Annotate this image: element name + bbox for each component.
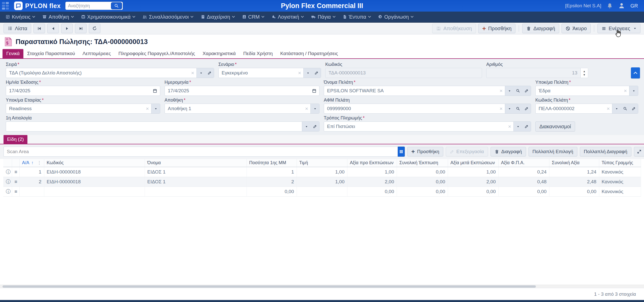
customer-vat-combo[interactable]: 099999000 × <box>324 104 531 114</box>
clear-icon[interactable]: × <box>296 70 303 76</box>
lookup-search-icon[interactable] <box>514 86 522 96</box>
dropdown-caret-icon[interactable] <box>612 104 621 113</box>
col-timi[interactable]: Τιμή <box>297 159 347 167</box>
date-picker[interactable]: 17/4/2025 <box>165 86 319 96</box>
next-record-button[interactable] <box>61 24 73 33</box>
menu-item-organosi[interactable]: Οργάνωση <box>375 12 417 22</box>
menu-item-xrimatooikonomika[interactable]: Χρηματοοικονομικά <box>78 12 139 22</box>
arithmos-number[interactable]: 13 ▲▼ <box>486 68 588 78</box>
menu-item-crm[interactable]: CRM <box>239 12 268 22</box>
dropdown-caret-icon[interactable] <box>151 104 160 113</box>
clear-icon[interactable]: × <box>605 106 612 112</box>
tab-genika[interactable]: Γενικά <box>3 49 23 58</box>
tab-katastasi-paratiriseis[interactable]: Κατάσταση / Παρατηρήσεις <box>276 49 342 58</box>
scan-grid-icon[interactable] <box>398 147 405 157</box>
menu-item-logistiki[interactable]: Λογιστική <box>268 12 307 22</box>
delete-button[interactable]: Διαγραφή <box>522 24 559 33</box>
grid-fullscreen-button[interactable] <box>634 147 644 156</box>
col-synoliki-aksia[interactable]: Συνολική Αξία <box>549 159 599 167</box>
clear-icon[interactable]: × <box>506 123 513 130</box>
table-row-new[interactable]: ⓘ ≡ 0,00 0,00 0,00 0,00 0,00 0,00 Κανονι… <box>3 187 641 196</box>
grid-add-button[interactable]: +Προσθήκη <box>407 147 443 156</box>
tab-eidi[interactable]: Είδη (2) <box>4 135 27 144</box>
dropdown-caret-icon[interactable] <box>311 104 319 113</box>
clear-icon[interactable]: × <box>303 106 310 112</box>
edit-pencil-icon[interactable] <box>205 68 214 78</box>
dropdown-caret-icon[interactable] <box>197 68 205 78</box>
calendar-icon[interactable] <box>309 86 319 96</box>
menu-item-diaxeirisi[interactable]: Διαχείριση <box>197 12 238 22</box>
dropdown-caret-icon[interactable] <box>304 68 312 78</box>
grid-delete-button[interactable]: Διαγραφή <box>491 147 526 156</box>
clear-icon[interactable]: × <box>497 88 505 94</box>
global-search-input[interactable] <box>65 3 111 9</box>
language-selector[interactable]: GR <box>630 3 638 9</box>
horizontal-scrollbar[interactable] <box>0 285 644 288</box>
grid-multi-delete-button[interactable]: Πολλαπλή Διαγραφή <box>580 147 631 156</box>
table-row[interactable]: ⓘ ≡ 1 ΕΙΔΗ-00000018 ΕΙΔΟΣ 1 1 1,00 1,00 … <box>3 167 641 177</box>
row-menu-icon[interactable]: ≡ <box>12 187 19 196</box>
add-button[interactable]: +Προσθήκη <box>478 24 515 33</box>
grid-multi-select-button[interactable]: Πολλαπλή Επιλογή <box>529 147 577 156</box>
col-synoliki-ekptosi[interactable]: Συνολική Έκπτωση <box>397 159 448 167</box>
col-kodikos[interactable]: Κωδικός <box>44 159 145 167</box>
scrollbar-thumb[interactable] <box>3 285 536 288</box>
dropdown-caret-icon[interactable] <box>629 86 638 96</box>
scan-area-input[interactable] <box>4 147 398 157</box>
tab-leptomereies[interactable]: Λεπτομέρειες <box>79 49 115 58</box>
user-avatar-icon[interactable] <box>618 3 625 9</box>
warehouse-combo[interactable]: Αποθήκη 1 × <box>165 104 319 114</box>
menu-item-apothiki[interactable]: Αποθήκη <box>39 12 77 22</box>
dropdown-caret-icon[interactable] <box>514 122 522 131</box>
settlements-button[interactable]: Διακανονισμοί <box>535 121 575 132</box>
edit-pencil-icon[interactable] <box>522 122 531 131</box>
menu-item-pagia[interactable]: Πάγια <box>308 12 339 22</box>
spinner-up-icon[interactable]: ▲ <box>583 70 586 73</box>
company-branch-combo[interactable]: Readiness × <box>6 104 160 114</box>
seira-combo[interactable]: ΤΔΑ (Τιμολόγιο Δελτίο Αποστολής) × <box>6 68 214 78</box>
refresh-button[interactable] <box>89 24 100 33</box>
menu-item-synallassomenoi[interactable]: Συναλλασσόμενοι <box>139 12 196 22</box>
customer-branch-combo[interactable]: Έδρα × <box>535 86 638 96</box>
row-info-icon[interactable]: ⓘ <box>3 167 12 177</box>
collapse-panel-button[interactable] <box>631 67 640 78</box>
clear-icon[interactable]: × <box>189 70 196 76</box>
reason-combo[interactable] <box>6 121 319 132</box>
row-info-icon[interactable]: ⓘ <box>3 177 12 187</box>
issue-date-picker[interactable]: 17/4/2025 <box>6 86 160 96</box>
edit-pencil-icon[interactable] <box>629 104 638 113</box>
lookup-search-icon[interactable] <box>621 104 629 113</box>
edit-pencil-icon[interactable] <box>522 86 531 96</box>
col-aksia-fpa[interactable]: Αξία Φ.Π.Α. <box>498 159 549 167</box>
list-button[interactable]: Λίστα <box>4 24 31 33</box>
actions-button[interactable]: Ενέργειες <box>597 24 640 33</box>
col-posotita[interactable]: Ποσότητα 1ης ΜΜ <box>247 159 297 167</box>
number-spinner[interactable]: ▲▼ <box>580 68 588 78</box>
edit-pencil-icon[interactable] <box>312 68 321 78</box>
first-record-button[interactable] <box>33 24 45 33</box>
spinner-down-icon[interactable]: ▼ <box>583 73 586 76</box>
tab-pedia-xristi[interactable]: Πεδία Χρήστη <box>239 49 276 58</box>
dropdown-caret-icon[interactable] <box>505 86 514 96</box>
row-menu-icon[interactable]: ≡ <box>12 167 19 177</box>
col-onoma[interactable]: Όνομα <box>145 159 247 167</box>
previous-record-button[interactable] <box>47 24 59 33</box>
col-aa[interactable]: Α/Α <box>22 160 29 165</box>
lookup-search-icon[interactable] <box>514 104 522 113</box>
tab-stoixeia-parastatikou[interactable]: Στοιχεία Παραστατικού <box>23 49 79 58</box>
search-icon[interactable] <box>111 2 122 9</box>
calendar-icon[interactable] <box>150 86 160 96</box>
payment-method-combo[interactable]: Επί Πιστώσει × <box>324 121 531 132</box>
tab-xaraktiristika[interactable]: Χαρακτηριστικά <box>199 49 239 58</box>
col-typos-grammis[interactable]: Τύπος Γραμμής <box>599 159 641 167</box>
dropdown-caret-icon[interactable] <box>302 122 311 131</box>
row-info-icon[interactable]: ⓘ <box>3 187 12 196</box>
clear-icon[interactable]: × <box>144 106 151 112</box>
menu-item-entypa[interactable]: Έντυπα <box>340 12 374 22</box>
dropdown-caret-icon[interactable] <box>505 104 514 113</box>
customer-code-combo[interactable]: ΠΕΛΑ-00000002 × <box>535 104 638 114</box>
senario-combo[interactable]: Εγκεκριμένο × <box>218 68 321 78</box>
tab-plirofories-paraggelias[interactable]: Πληροφορίες Παραγγελ./Αποστολής <box>115 49 199 58</box>
edit-pencil-icon[interactable] <box>311 122 319 131</box>
column-menu-icon[interactable]: ⋮ <box>37 160 42 165</box>
